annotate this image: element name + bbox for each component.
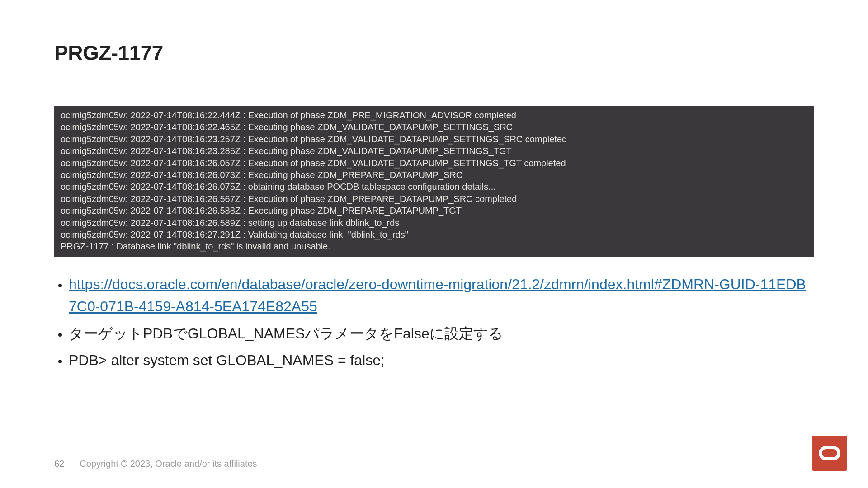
- console-line: ocimig5zdm05w: 2022-07-14T08:16:26.075Z …: [61, 182, 496, 192]
- copyright-text: Copyright © 2023, Oracle and/or its affi…: [80, 459, 257, 469]
- bullet-text: PDB> alter system set GLOBAL_NAMES = fal…: [69, 352, 385, 368]
- bullet-item-link: https://docs.oracle.com/en/database/orac…: [69, 273, 814, 318]
- slide: PRGZ-1177 ocimig5zdm05w: 2022-07-14T08:1…: [0, 0, 868, 488]
- bullet-text: ターゲットPDBでGLOBAL_NAMESパラメータをFalseに設定する: [69, 325, 503, 342]
- console-line: ocimig5zdm05w: 2022-07-14T08:16:26.073Z …: [61, 170, 462, 180]
- bullet-item: ターゲットPDBでGLOBAL_NAMESパラメータをFalseに設定する: [69, 323, 814, 345]
- oracle-logo-icon: [812, 436, 847, 471]
- console-line: ocimig5zdm05w: 2022-07-14T08:16:26.589Z …: [61, 218, 399, 228]
- console-line: ocimig5zdm05w: 2022-07-14T08:16:23.257Z …: [61, 134, 567, 144]
- console-line: ocimig5zdm05w: 2022-07-14T08:16:22.465Z …: [61, 122, 513, 132]
- bullet-item: PDB> alter system set GLOBAL_NAMES = fal…: [69, 349, 814, 372]
- console-line: ocimig5zdm05w: 2022-07-14T08:16:26.588Z …: [61, 206, 462, 216]
- doc-link[interactable]: https://docs.oracle.com/en/database/orac…: [69, 276, 806, 315]
- console-line: ocimig5zdm05w: 2022-07-14T08:16:23.285Z …: [61, 146, 512, 156]
- console-line: PRGZ-1177 : Database link "dblink_to_rds…: [61, 241, 330, 251]
- console-line: ocimig5zdm05w: 2022-07-14T08:16:26.057Z …: [61, 158, 566, 168]
- footer: 62 Copyright © 2023, Oracle and/or its a…: [54, 459, 257, 469]
- slide-title: PRGZ-1177: [54, 41, 814, 65]
- page-number: 62: [54, 459, 64, 469]
- console-output: ocimig5zdm05w: 2022-07-14T08:16:22.444Z …: [54, 106, 814, 257]
- console-line: ocimig5zdm05w: 2022-07-14T08:16:26.567Z …: [61, 194, 517, 204]
- bullet-list: https://docs.oracle.com/en/database/orac…: [54, 273, 814, 372]
- console-line: ocimig5zdm05w: 2022-07-14T08:16:27.291Z …: [61, 230, 408, 239]
- oracle-o-icon: [819, 446, 840, 460]
- console-line: ocimig5zdm05w: 2022-07-14T08:16:22.444Z …: [61, 110, 516, 120]
